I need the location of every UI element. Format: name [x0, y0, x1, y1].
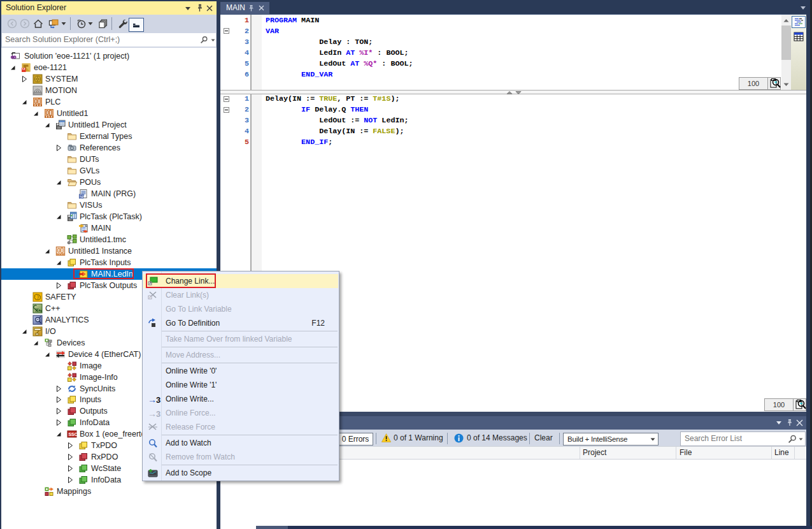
svg-text:SSC: SSC: [68, 432, 77, 437]
